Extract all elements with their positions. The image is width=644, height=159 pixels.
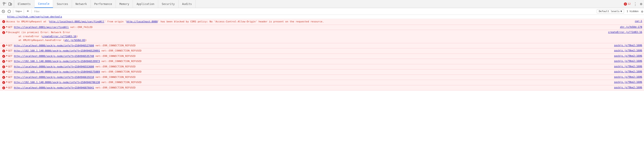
get-failed-content: GET http://localhost:8881/api/car/findAl… — [8, 26, 616, 29]
console-toolbar: top ▼ 👁 Default levels ▼ 1 hidden ⚙ — [0, 8, 644, 15]
tab-performance[interactable]: Performance — [91, 0, 116, 8]
sockjs-url-link-0[interactable]: http://localhost:8080/sockjs-node/info?t… — [14, 44, 94, 47]
tab-memory[interactable]: Memory — [116, 0, 133, 8]
sockjs-source-7[interactable]: sockjs.js?9be2:1606 — [610, 80, 642, 84]
log-levels-selector[interactable]: Default levels ▼ — [597, 9, 624, 14]
sockjs-row-content-5: GET http://192.168.1.148:8080/sockjs-nod… — [8, 70, 610, 74]
sockjs-expand-2[interactable]: ▶ — [6, 54, 8, 57]
sockjs-source-1[interactable]: sockjs.js?9be2:1606 — [610, 49, 642, 52]
tab-console[interactable]: Console — [34, 0, 53, 8]
sockjs-source-5[interactable]: sockjs.js?9be2:1606 — [610, 70, 642, 73]
tab-security[interactable]: Security — [158, 0, 178, 8]
expand-icon[interactable]: ▶ — [6, 26, 8, 28]
sockjs-row-content-2: GET http://localhost:8080/sockjs-node/in… — [8, 54, 610, 58]
cors-error-source[interactable]: car:1 — [631, 20, 642, 22]
toolbar-divider-2 — [24, 10, 24, 14]
get-failed-row: ✕ ▶ GET http://localhost:8881/api/car/fi… — [0, 25, 644, 30]
device-toolbar-icon[interactable] — [8, 2, 12, 6]
sockjs-row-content-7: GET http://192.168.1.148:8080/sockjs-nod… — [8, 80, 610, 84]
svg-rect-3 — [9, 3, 10, 5]
sockjs-row-content-8: GET http://localhost:8080/sockjs-node/in… — [8, 86, 610, 90]
tab-audits[interactable]: Audits — [178, 0, 196, 8]
get-sockjs-row-8: ✕ ▶ GET http://localhost:8080/sockjs-nod… — [0, 85, 644, 91]
create-error-link1[interactable]: createError.js??2d83:16 — [42, 35, 76, 38]
sockjs-expand-6[interactable]: ▶ — [6, 76, 8, 78]
github-url-row: https://github.com/vuejs/vue-devtools — [0, 15, 644, 19]
sockjs-expand-7[interactable]: ▶ — [6, 80, 8, 83]
cors-error-text: Access to XMLHttpRequest at 'http://loca… — [6, 20, 631, 24]
clear-console-button[interactable] — [1, 9, 6, 14]
console-output: https://github.com/vuejs/vue-devtools ✕ … — [0, 15, 644, 159]
sockjs-expand-5[interactable]: ▶ — [6, 70, 8, 72]
get-sockjs-row-2: ✕ ▶ GET http://localhost:8080/sockjs-nod… — [0, 54, 644, 59]
sockjs-row-content-3: GET http://192.168.1.148:8080/sockjs-nod… — [8, 60, 610, 64]
devtools-icons — [1, 0, 14, 8]
sockjs-url-link-7[interactable]: http://192.168.1.148:8080/sockjs-node/in… — [14, 81, 100, 84]
sockjs-source-0[interactable]: sockjs.js?9be2:1606 — [610, 44, 642, 47]
sockjs-row-content-1: GET http://192.168.1.148:8080/sockjs-nod… — [8, 49, 610, 53]
uncaught-error-icon: ✕ — [2, 31, 6, 34]
uncaught-expand-icon[interactable]: ▶ — [6, 31, 8, 33]
get-sockjs-row-4: ✕ ▶ GET http://localhost:8080/sockjs-nod… — [0, 64, 644, 70]
tab-elements[interactable]: Elements — [14, 0, 34, 8]
sockjs-error-icon-2: ✕ — [2, 55, 6, 58]
uncaught-error-row: ✕ ▶ Uncaught (in promise) Error: Network… — [0, 30, 644, 43]
sockjs-row-content-0: GET http://localhost:8080/sockjs-node/in… — [8, 44, 610, 48]
preserve-log-button[interactable] — [7, 9, 12, 14]
sockjs-expand-8[interactable]: ▶ — [6, 86, 8, 88]
svg-rect-0 — [3, 2, 4, 4]
sockjs-error-icon-7: ✕ — [2, 81, 6, 84]
sockjs-url-link-1[interactable]: http://192.168.1.148:8080/sockjs-node/in… — [14, 49, 100, 52]
get-failed-icon: ✕ — [2, 26, 6, 29]
inspect-element-icon[interactable] — [3, 2, 7, 6]
sockjs-source-4[interactable]: sockjs.js?9be2:1606 — [610, 65, 642, 68]
sockjs-source-6[interactable]: sockjs.js?9be2:1606 — [610, 76, 642, 78]
sockjs-source-3[interactable]: sockjs.js?9be2:1606 — [610, 60, 642, 62]
get-sockjs-row-6: ✕ ▶ GET http://localhost:8080/sockjs-nod… — [0, 75, 644, 80]
xhr-handle-error-link[interactable]: xhr.js?b50d:83 — [64, 39, 85, 42]
eye-icon[interactable]: 👁 — [25, 9, 30, 14]
sockjs-error-icon-4: ✕ — [2, 66, 6, 68]
sockjs-url-link-8[interactable]: http://localhost:8080/sockjs-node/info?t… — [14, 86, 94, 89]
sockjs-source-2[interactable]: sockjs.js?9be2:1606 — [610, 54, 642, 57]
sockjs-url-link-5[interactable]: http://192.168.1.148:8080/sockjs-node/in… — [14, 70, 100, 73]
sockjs-url-link-4[interactable]: http://localhost:8080/sockjs-node/info?t… — [14, 65, 94, 68]
uncaught-error-line2: at XMLHttpRequest.handleError (xhr.js?b5… — [2, 38, 87, 42]
github-url-link[interactable]: https://github.com/vuejs/vue-devtools — [7, 15, 62, 18]
get-sockjs-row-1: ✕ ▶ GET http://192.168.1.148:8080/sockjs… — [0, 48, 644, 54]
get-failed-url-link[interactable]: http://localhost:8881/api/car/findAll — [14, 26, 69, 29]
more-tabs-button[interactable]: ⋮ — [632, 2, 638, 6]
tab-sources[interactable]: Sources — [53, 0, 72, 8]
get-sockjs-row-0: ✕ ▶ GET http://localhost:8080/sockjs-nod… — [0, 43, 644, 48]
sockjs-source-8[interactable]: sockjs.js?9be2:1606 — [610, 86, 642, 89]
tab-end-area: ✕ 12 ⋮ ⚙ — [624, 0, 644, 8]
get-sockjs-row-7: ✕ ▶ GET http://192.168.1.148:8080/sockjs… — [0, 80, 644, 85]
sockjs-url-link-3[interactable]: http://192.168.1.148:8080/sockjs-node/in… — [14, 60, 100, 63]
cors-url1-link[interactable]: http://localhost:8881/api/car/findAll — [49, 20, 104, 23]
sockjs-row-content-6: GET http://localhost:8080/sockjs-node/in… — [8, 76, 610, 79]
sockjs-url-link-2[interactable]: http://localhost:8080/sockjs-node/info?t… — [14, 55, 94, 58]
cors-error-row: ✕ Access to XMLHttpRequest at 'http://lo… — [0, 19, 644, 25]
sockjs-url-link-6[interactable]: http://localhost:8080/sockjs-node/info?t… — [14, 76, 94, 78]
context-selector[interactable]: top ▼ — [14, 10, 22, 13]
get-sockjs-row-5: ✕ ▶ GET http://192.168.1.148:8080/sockjs… — [0, 70, 644, 75]
sockjs-expand-0[interactable]: ▶ — [6, 44, 8, 46]
filter-input[interactable] — [33, 10, 596, 13]
cors-url2-link[interactable]: http://localhost:8080 — [126, 20, 158, 23]
get-failed-source[interactable]: xhr.js?b50d:178 — [616, 26, 642, 28]
cors-error-icon: ✕ — [2, 20, 6, 23]
sockjs-expand-4[interactable]: ▶ — [6, 65, 8, 67]
uncaught-error-line1: at createError (createError.js??2d83:16) — [2, 34, 78, 38]
console-settings-button[interactable]: ⚙ — [641, 10, 643, 13]
uncaught-error-content: Uncaught (in promise) Error: Network Err… — [8, 31, 604, 34]
sockjs-error-icon-5: ✕ — [2, 70, 6, 74]
sockjs-expand-3[interactable]: ▶ — [6, 60, 8, 62]
toolbar-divider-1 — [13, 10, 13, 14]
tab-network[interactable]: Network — [72, 0, 91, 8]
sockjs-error-icon-1: ✕ — [2, 50, 6, 52]
sockjs-expand-1[interactable]: ▶ — [6, 49, 8, 51]
settings-button[interactable]: ⚙ — [640, 2, 642, 6]
uncaught-error-source[interactable]: createError.js??2d83:16 — [604, 31, 642, 34]
toolbar-divider-3 — [32, 10, 32, 14]
tab-application[interactable]: Application — [133, 0, 158, 8]
